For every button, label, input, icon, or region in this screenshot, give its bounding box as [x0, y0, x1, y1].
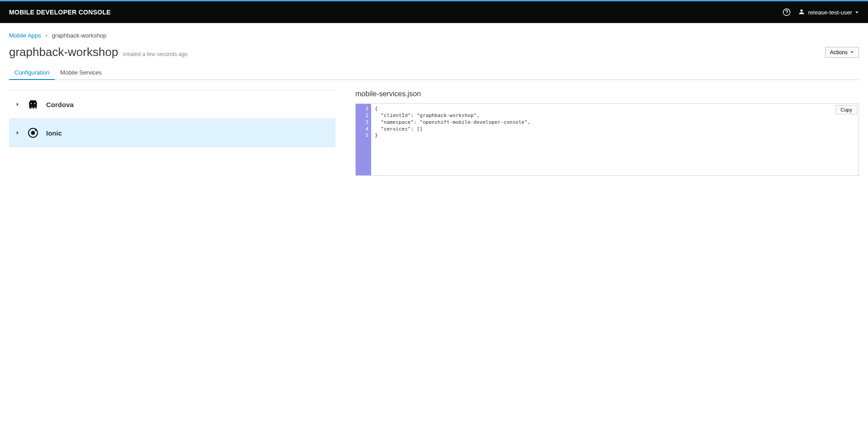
app-header: MOBILE DEVELOPER CONSOLE release-test-us… — [0, 1, 868, 23]
line-gutter: 1 2 3 4 5 — [356, 104, 371, 175]
actions-label: Actions — [830, 49, 848, 56]
line-number: 5 — [356, 132, 368, 139]
json-panel: mobile-services.json 1 2 3 4 5 { "client… — [355, 90, 859, 176]
line-number: 3 — [356, 119, 368, 126]
platform-row-ionic[interactable]: Ionic — [9, 119, 335, 147]
chevron-down-icon — [850, 49, 854, 56]
platform-row-cordova[interactable]: Cordova — [9, 90, 335, 119]
ionic-icon — [27, 127, 39, 139]
page-title-wrap: graphback-workshop created a few seconds… — [9, 45, 188, 59]
page-head: graphback-workshop created a few seconds… — [9, 45, 859, 59]
chevron-down-icon — [855, 9, 859, 16]
page-subtitle: created a few seconds ago — [123, 51, 187, 57]
copy-button[interactable]: Copy — [835, 105, 857, 114]
platform-list: Cordova Ionic — [9, 90, 335, 147]
line-number: 2 — [356, 113, 368, 119]
json-box: 1 2 3 4 5 { "clientId": "graphback-works… — [355, 103, 859, 176]
actions-button[interactable]: Actions — [825, 47, 859, 58]
tab-configuration[interactable]: Configuration — [9, 66, 55, 80]
user-icon — [798, 8, 805, 17]
platform-name: Cordova — [46, 101, 74, 108]
breadcrumb-root[interactable]: Mobile Apps — [9, 32, 41, 39]
chevron-right-icon — [15, 101, 20, 108]
chevron-right-icon — [45, 32, 48, 39]
line-number: 1 — [356, 106, 368, 113]
app-title: MOBILE DEVELOPER CONSOLE — [9, 9, 111, 16]
tabs: Configuration Mobile Services — [9, 66, 859, 80]
svg-point-3 — [31, 131, 35, 135]
cordova-icon — [27, 99, 39, 110]
breadcrumb: Mobile Apps graphback-workshop — [9, 28, 859, 45]
line-number: 4 — [356, 126, 368, 133]
chevron-right-icon — [15, 129, 20, 136]
json-title: mobile-services.json — [355, 90, 859, 98]
help-icon[interactable] — [783, 8, 791, 16]
platform-name: Ionic — [46, 129, 62, 137]
user-name: release-test-user — [808, 9, 852, 16]
user-menu[interactable]: release-test-user — [798, 8, 859, 17]
tab-mobile-services[interactable]: Mobile Services — [55, 66, 107, 80]
breadcrumb-current: graphback-workshop — [52, 32, 107, 39]
code-content[interactable]: { "clientId": "graphback-workshop", "nam… — [371, 104, 859, 175]
svg-point-4 — [35, 129, 37, 131]
svg-point-1 — [787, 14, 787, 14]
platform-panel: Cordova Ionic — [9, 90, 335, 176]
header-right: release-test-user — [783, 8, 859, 17]
page-title: graphback-workshop — [9, 45, 118, 59]
